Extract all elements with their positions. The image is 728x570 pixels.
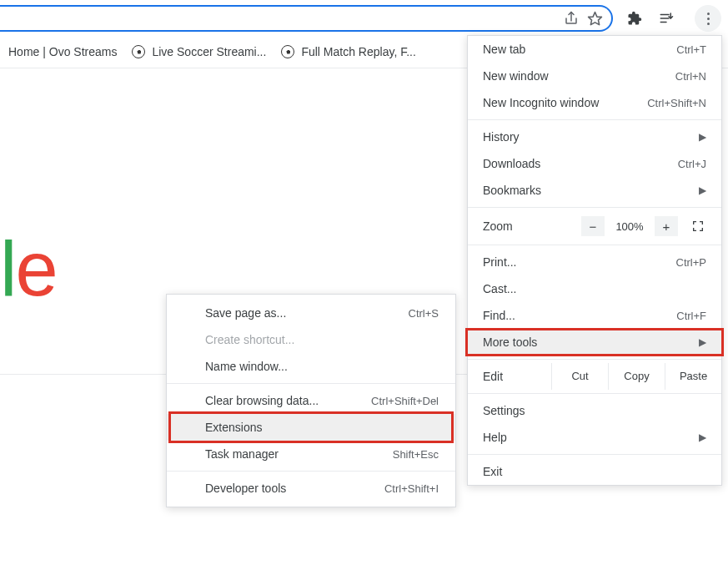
edit-paste-button[interactable]: Paste (665, 363, 721, 390)
menu-label: Exit (483, 465, 502, 478)
menu-separator (468, 359, 721, 360)
menu-separator (468, 207, 721, 208)
kebab-menu-button[interactable] (695, 5, 721, 32)
edit-cut-button[interactable]: Cut (551, 363, 608, 390)
menu-label: New Incognito window (483, 96, 599, 109)
menu-separator (468, 119, 721, 120)
bookmark-label: Full Match Replay, F... (301, 45, 415, 58)
submenu-extensions[interactable]: Extensions (167, 414, 455, 441)
main-menu: New tab Ctrl+T New window Ctrl+N New Inc… (467, 35, 722, 486)
menu-history[interactable]: History ▶ (468, 124, 721, 150)
toolbar-row (0, 0, 728, 35)
submenu-create-shortcut: Create shortcut... (167, 326, 455, 353)
menu-print[interactable]: Print... Ctrl+P (468, 249, 721, 275)
menu-separator (167, 471, 455, 472)
menu-shortcut: Ctrl+Shift+Del (371, 395, 439, 407)
zoom-out-button[interactable]: − (581, 216, 605, 236)
menu-cast[interactable]: Cast... (468, 275, 721, 302)
menu-label: Find... (483, 309, 515, 322)
logo-letter: e (15, 226, 56, 311)
bookmark-label: Home | Ovo Streams (8, 45, 117, 58)
omnibox[interactable] (0, 5, 613, 32)
menu-label: Print... (483, 255, 516, 269)
menu-label: Task manager (205, 447, 279, 461)
menu-label: Settings (483, 404, 525, 417)
menu-downloads[interactable]: Downloads Ctrl+J (468, 150, 721, 177)
more-tools-submenu: Save page as... Ctrl+S Create shortcut..… (166, 294, 456, 507)
menu-label: Save page as... (205, 306, 286, 320)
menu-shortcut: Ctrl+F (676, 310, 706, 322)
menu-shortcut: Ctrl+P (676, 256, 706, 269)
menu-shortcut: Ctrl+N (675, 70, 706, 83)
menu-separator (468, 245, 721, 245)
menu-label: Clear browsing data... (205, 394, 319, 407)
zoom-in-button[interactable]: + (655, 216, 678, 236)
share-icon[interactable] (560, 7, 583, 30)
menu-label: New window (483, 69, 549, 83)
menu-separator (468, 454, 721, 455)
zoom-value: 100% (605, 216, 655, 236)
menu-label: New tab (483, 43, 525, 56)
menu-find[interactable]: Find... Ctrl+F (468, 302, 721, 329)
menu-label: History (483, 130, 520, 144)
menu-more-tools[interactable]: More tools ▶ (468, 329, 721, 356)
menu-shortcut: Shift+Esc (393, 448, 439, 461)
soccer-icon (132, 45, 145, 58)
menu-shortcut: Ctrl+Shift+N (647, 97, 706, 109)
menu-new-window[interactable]: New window Ctrl+N (468, 63, 721, 89)
menu-bookmarks[interactable]: Bookmarks ▶ (468, 177, 721, 204)
menu-label: Extensions (205, 421, 262, 434)
menu-new-tab[interactable]: New tab Ctrl+T (468, 36, 721, 63)
menu-label: Name window... (205, 360, 288, 373)
submenu-developer-tools[interactable]: Developer tools Ctrl+Shift+I (167, 475, 455, 502)
menu-label: Bookmarks (483, 184, 541, 197)
bookmark-item[interactable]: Home | Ovo Streams (8, 45, 117, 58)
soccer-icon (281, 45, 294, 58)
kebab-icon (707, 13, 710, 25)
menu-settings[interactable]: Settings (468, 397, 721, 424)
menu-help[interactable]: Help ▶ (468, 424, 721, 451)
reading-list-icon[interactable] (655, 7, 678, 30)
menu-label: Developer tools (205, 482, 286, 495)
menu-label: Zoom (479, 219, 581, 233)
menu-new-incognito[interactable]: New Incognito window Ctrl+Shift+N (468, 89, 721, 116)
menu-separator (167, 383, 455, 384)
menu-shortcut: Ctrl+S (409, 307, 439, 320)
submenu-save-page[interactable]: Save page as... Ctrl+S (167, 300, 455, 326)
menu-exit[interactable]: Exit (468, 458, 721, 485)
edit-copy-button[interactable]: Copy (608, 363, 665, 390)
menu-label: Cast... (483, 282, 516, 295)
menu-label: Help (483, 431, 507, 444)
menu-label: Create shortcut... (205, 333, 294, 346)
menu-label: More tools (483, 335, 537, 349)
chevron-right-icon: ▶ (699, 131, 706, 143)
menu-separator (468, 393, 721, 394)
menu-edit-row: Edit Cut Copy Paste (468, 363, 721, 390)
extensions-icon[interactable] (623, 7, 646, 30)
chevron-right-icon: ▶ (699, 431, 706, 443)
logo-letter: l (0, 226, 15, 311)
menu-shortcut: Ctrl+Shift+I (384, 482, 439, 495)
star-icon[interactable] (583, 7, 606, 30)
menu-label: Edit (468, 363, 551, 390)
chevron-right-icon: ▶ (699, 184, 706, 196)
menu-label: Downloads (483, 157, 540, 170)
bookmark-label: Live Soccer Streami... (152, 45, 266, 58)
toolbar-icons (623, 5, 721, 32)
bookmark-item[interactable]: Full Match Replay, F... (281, 45, 415, 58)
submenu-task-manager[interactable]: Task manager Shift+Esc (167, 441, 455, 467)
svg-marker-0 (588, 12, 601, 24)
submenu-name-window[interactable]: Name window... (167, 353, 455, 380)
menu-zoom-row: Zoom − 100% + (468, 211, 721, 241)
menu-shortcut: Ctrl+T (676, 43, 706, 56)
chevron-right-icon: ▶ (699, 336, 706, 348)
submenu-clear-browsing[interactable]: Clear browsing data... Ctrl+Shift+Del (167, 387, 455, 414)
menu-shortcut: Ctrl+J (678, 158, 706, 170)
fullscreen-button[interactable] (686, 216, 710, 236)
bookmark-item[interactable]: Live Soccer Streami... (132, 45, 266, 58)
google-logo-fragment: le (0, 225, 57, 313)
